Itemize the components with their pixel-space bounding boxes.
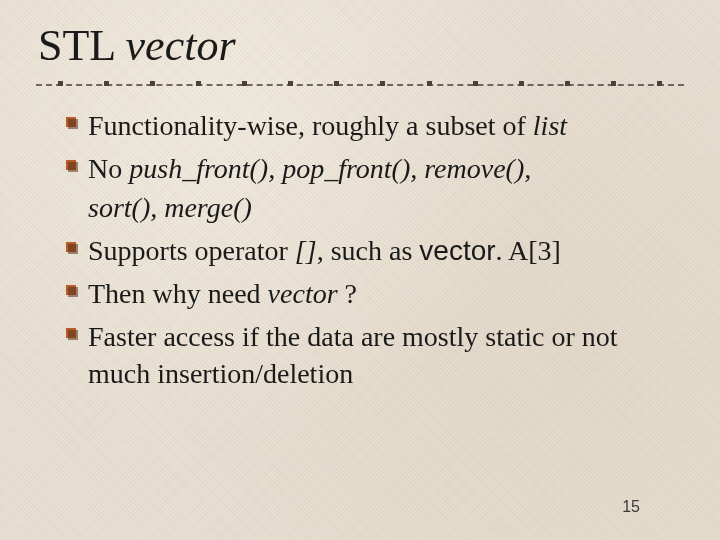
bullet-item: Supports operator [], such as vector. A[… xyxy=(64,233,684,270)
bullet-icon xyxy=(64,283,88,307)
slide: STL vector Functionality-wise, roughly a… xyxy=(0,0,720,540)
page-number: 15 xyxy=(622,498,640,516)
text-italic: [] xyxy=(295,235,317,266)
content-area: Functionality-wise, roughly a subset of … xyxy=(36,108,684,393)
bullet-item: Functionality-wise, roughly a subset of … xyxy=(64,108,684,145)
bullet-continuation: sort(), merge() xyxy=(64,190,684,227)
svg-rect-3 xyxy=(68,162,78,172)
text-run: Functionality-wise, roughly a subset of xyxy=(88,110,533,141)
divider-dots xyxy=(36,81,684,86)
bullet-item: Then why need vector ? xyxy=(64,276,684,313)
bullet-item: Faster access if the data are mostly sta… xyxy=(64,319,684,393)
text-run: No xyxy=(88,153,129,184)
bullet-icon xyxy=(64,326,88,350)
svg-rect-7 xyxy=(68,287,78,297)
bullet-icon xyxy=(64,158,88,182)
text-run: ? xyxy=(345,278,357,309)
svg-rect-1 xyxy=(68,119,78,129)
svg-rect-5 xyxy=(68,244,78,254)
title-italic: vector xyxy=(126,21,236,70)
bullet-icon xyxy=(64,240,88,264)
text-run: . A[3] xyxy=(496,235,561,266)
text-run: Supports operator xyxy=(88,235,295,266)
text-run: Faster access if the data are mostly sta… xyxy=(88,321,617,389)
title-divider xyxy=(36,82,684,88)
slide-title: STL vector xyxy=(38,22,684,70)
text-italic: list xyxy=(533,110,567,141)
text-sans: vector xyxy=(419,235,495,266)
bullet-text: Supports operator [], such as vector. A[… xyxy=(88,233,684,270)
text-italic: vector xyxy=(268,278,345,309)
text-run: Then why need xyxy=(88,278,268,309)
bullet-text: No push_front(), pop_front(), remove(), xyxy=(88,151,684,188)
svg-rect-9 xyxy=(68,330,78,340)
bullet-text: Functionality-wise, roughly a subset of … xyxy=(88,108,684,145)
bullet-item: No push_front(), pop_front(), remove(), xyxy=(64,151,684,188)
text-run: , such as xyxy=(317,235,420,266)
text-italic: push_front(), pop_front(), remove(), xyxy=(129,153,531,184)
text-italic: sort(), merge() xyxy=(88,192,252,223)
bullet-text: Then why need vector ? xyxy=(88,276,684,313)
title-plain: STL xyxy=(38,21,126,70)
bullet-text: Faster access if the data are mostly sta… xyxy=(88,319,684,393)
bullet-icon xyxy=(64,115,88,139)
